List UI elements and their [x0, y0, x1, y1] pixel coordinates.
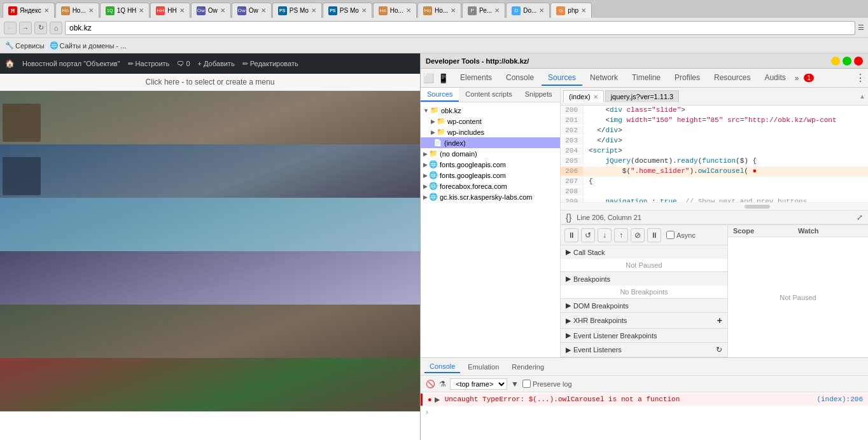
- tab-re[interactable]: Р Ре... ✕: [462, 3, 505, 18]
- tab-ps1[interactable]: PS PS Mo ✕: [272, 3, 322, 18]
- console-tab-rendering[interactable]: Rendering: [507, 361, 549, 373]
- tab-close[interactable]: ✕: [451, 7, 456, 14]
- event-listener-breakpoints-header[interactable]: ▶ Event Listener Breakpoints: [561, 329, 727, 342]
- horizontal-scrollbar[interactable]: [561, 202, 868, 210]
- tab-close[interactable]: ✕: [44, 7, 49, 14]
- console-frame-select[interactable]: <top frame>: [450, 378, 507, 390]
- tab-sources[interactable]: Sources: [542, 71, 582, 86]
- tab-close[interactable]: ✕: [361, 7, 367, 14]
- tab-close[interactable]: ✕: [581, 7, 586, 14]
- more-tabs-icon[interactable]: »: [795, 74, 799, 83]
- home-button[interactable]: ⌂: [50, 22, 62, 34]
- tab-elements[interactable]: Elements: [454, 71, 498, 86]
- event-listeners-header[interactable]: ▶ Event Listeners ↻: [561, 343, 727, 357]
- tab-php[interactable]: G php ✕: [550, 3, 592, 18]
- back-button[interactable]: ←: [4, 22, 17, 34]
- tree-item-wp-includes[interactable]: ▶ 📁 wp-includes: [421, 127, 560, 137]
- bookmark-services[interactable]: 🔧 Сервисы: [5, 41, 45, 50]
- tree-item-index[interactable]: 📄 (index): [421, 137, 560, 148]
- tab-do[interactable]: D Do... ✕: [506, 3, 550, 18]
- devtools-close[interactable]: [854, 57, 863, 65]
- tab-console[interactable]: Console: [500, 71, 540, 86]
- console-clear-icon[interactable]: 🚫: [426, 380, 435, 388]
- tab-ps2[interactable]: PS PS Mo ✕: [323, 3, 372, 18]
- console-expand-icon[interactable]: ▶: [435, 395, 440, 404]
- tab-close[interactable]: ✕: [179, 7, 185, 14]
- debug-step-out-btn[interactable]: ↑: [614, 228, 628, 242]
- code-format-icon[interactable]: {}: [566, 212, 571, 223]
- async-checkbox[interactable]: Async: [666, 231, 696, 239]
- tree-item-fonts1[interactable]: ▶ 🌐 fonts.googleapis.com: [421, 159, 560, 170]
- debug-deactivate-btn[interactable]: ⊘: [631, 228, 645, 242]
- debug-step-into-btn[interactable]: ↓: [598, 228, 612, 242]
- tab-hh[interactable]: НН НН ✕: [150, 3, 190, 18]
- tree-item-obk[interactable]: ▼ 📁 obk.kz: [421, 105, 560, 116]
- console-error-location[interactable]: (index):206: [816, 395, 863, 403]
- dom-breakpoints-header[interactable]: ▶ DOM Breakpoints: [561, 299, 727, 312]
- xhr-breakpoints-header[interactable]: ▶ XHR Breakpoints +: [561, 313, 727, 328]
- tab-timeline[interactable]: Timeline: [626, 71, 667, 86]
- breakpoints-header[interactable]: ▶ Breakpoints: [561, 272, 727, 285]
- tab-ow2[interactable]: Ow Ow ✕: [232, 3, 272, 18]
- tab-ow1[interactable]: Ow Ow ✕: [191, 3, 231, 18]
- edit-link[interactable]: ✏ Редактировать: [242, 60, 298, 68]
- tab-yandex[interactable]: Я Яндекс ✕: [3, 3, 55, 18]
- sources-tab-content-scripts[interactable]: Content scripts: [459, 88, 518, 102]
- tab-close[interactable]: ✕: [261, 7, 266, 14]
- menu-button[interactable]: ☰: [858, 24, 864, 32]
- reload-button[interactable]: ↻: [34, 22, 47, 34]
- tab-no2[interactable]: Но Но... ✕: [417, 3, 461, 18]
- forward-button[interactable]: →: [19, 22, 32, 34]
- address-bar[interactable]: [65, 21, 855, 35]
- tab-close[interactable]: ✕: [494, 7, 500, 14]
- wp-logo[interactable]: 🏠: [5, 59, 15, 68]
- code-content[interactable]: 200 <div class="slide"> 201 <img width="…: [561, 106, 868, 202]
- xhr-add-btn[interactable]: +: [717, 315, 722, 326]
- console-tab-console[interactable]: Console: [424, 361, 460, 373]
- debug-pause-exceptions-btn[interactable]: ⏸: [647, 228, 661, 242]
- code-tab-jquery[interactable]: jquery.js?ver=1.11.3: [605, 90, 680, 102]
- devtools-maximize[interactable]: [843, 57, 851, 65]
- devtools-settings-icon[interactable]: ⋮: [855, 72, 865, 84]
- tab-resources[interactable]: Resources: [708, 71, 757, 86]
- console-filter-icon[interactable]: ⚗: [439, 380, 446, 388]
- tab-close[interactable]: ✕: [88, 7, 94, 14]
- tab-close[interactable]: ✕: [220, 7, 225, 14]
- tab-no1[interactable]: Но Но... ✕: [373, 3, 417, 18]
- tab-profiles[interactable]: Profiles: [668, 71, 706, 86]
- preserve-log-checkbox[interactable]: Preserve log: [522, 380, 572, 388]
- bookmark-domains[interactable]: 🌐 Сайты и домены - ...: [50, 41, 127, 50]
- comments-link[interactable]: 🗨 0: [177, 60, 190, 67]
- event-listeners-refresh-btn[interactable]: ↻: [716, 345, 722, 354]
- code-tab-index[interactable]: (index) ✕: [563, 90, 604, 102]
- tree-item-no-domain[interactable]: ▶ 📁 (no domain): [421, 148, 560, 159]
- console-frame-dropdown-icon[interactable]: ▼: [511, 380, 519, 388]
- site-name[interactable]: Новостной портал "Объектив": [22, 60, 120, 67]
- menu-prompt[interactable]: Click here - to select or create a menu: [0, 74, 420, 91]
- call-stack-header[interactable]: ▶ Call Stack: [561, 245, 727, 259]
- tree-item-foreca[interactable]: ▶ 🌐 forecabox.foreca.com: [421, 181, 560, 191]
- tree-item-kaspersky[interactable]: ▶ 🌐 gc.kis.scr.kaspersky-labs.com: [421, 191, 560, 202]
- tab-1q[interactable]: 1Q 1Q НН ✕: [100, 3, 150, 18]
- devtools-minimize[interactable]: [831, 57, 840, 65]
- code-expand-icon[interactable]: ⤢: [857, 213, 863, 222]
- console-prompt[interactable]: ›: [421, 406, 868, 418]
- devtools-mobile-icon[interactable]: 📱: [438, 73, 449, 83]
- sources-tab-snippets[interactable]: Snippets: [519, 88, 559, 102]
- code-tab-close[interactable]: ✕: [593, 93, 598, 100]
- customize-link[interactable]: ✏ Настроить: [128, 60, 170, 68]
- tab-h1[interactable]: Но Но... ✕: [55, 3, 99, 18]
- tab-audits[interactable]: Audits: [758, 71, 792, 86]
- debug-step-over-btn[interactable]: ↺: [581, 228, 595, 242]
- tab-close[interactable]: ✕: [311, 7, 316, 14]
- tree-item-wp-content[interactable]: ▶ 📁 wp-content: [421, 116, 560, 127]
- tab-close[interactable]: ✕: [139, 7, 144, 14]
- tab-network[interactable]: Network: [584, 71, 624, 86]
- tree-item-fonts2[interactable]: ▶ 🌐 fonts.googleapis.com: [421, 170, 560, 181]
- tab-close[interactable]: ✕: [406, 7, 411, 14]
- debug-pause-btn[interactable]: ⏸: [564, 228, 578, 242]
- tab-close[interactable]: ✕: [539, 7, 544, 14]
- add-new-link[interactable]: + Добавить: [198, 60, 235, 67]
- devtools-cursor-icon[interactable]: ⬜: [423, 73, 434, 83]
- sources-tab-sources[interactable]: Sources: [421, 88, 459, 102]
